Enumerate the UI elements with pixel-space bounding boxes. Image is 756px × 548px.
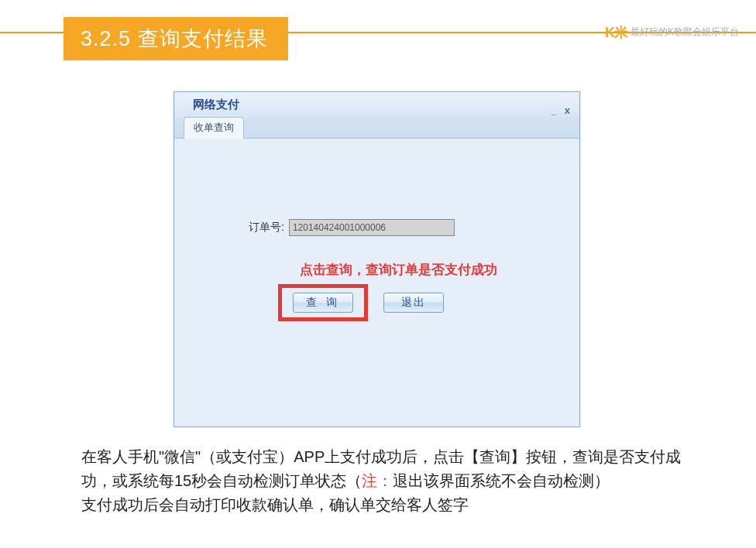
tab-bar: 收单查询 [174,117,579,139]
section-header: 3.2.5 查询支付结果 [64,17,288,60]
section-title: 查询支付结果 [138,27,268,50]
query-hint: 点击查询，查询订单是否支付成功 [300,261,497,279]
window-title: 网络支付 [193,98,239,111]
order-number-input[interactable] [289,219,455,236]
exit-button[interactable]: 退出 [383,293,444,313]
section-number: 3.2.5 [81,27,131,50]
payment-window: 网络支付 _ x 收单查询 订单号: 点击查询，查询订单是否支付成功 查 询 退… [174,91,580,427]
brand-logo: K米 [605,23,627,42]
order-number-label: 订单号: [249,221,284,235]
query-button[interactable]: 查 询 [293,293,353,313]
desc-note: 注： [362,472,393,489]
description-text: 在客人手机"微信"（或支付宝）APP上支付成功后，点击【查询】按钮，查询是否支付… [81,445,701,517]
desc-part1b: 退出该界面系统不会自动检测） [393,472,610,489]
close-icon[interactable]: x [565,98,570,123]
brand-tagline: 最好玩的K歌聚会娱乐平台 [631,26,739,39]
minimize-icon[interactable]: _ [552,98,557,123]
query-highlight-box: 查 询 [278,284,368,321]
tab-order-query[interactable]: 收单查询 [184,117,244,139]
window-content: 订单号: 点击查询，查询订单是否支付成功 查 询 退出 [174,139,579,426]
desc-part2: 支付成功后会自动打印收款确认单，确认单交给客人签字 [81,496,469,513]
window-titlebar: 网络支付 _ x [174,92,579,117]
